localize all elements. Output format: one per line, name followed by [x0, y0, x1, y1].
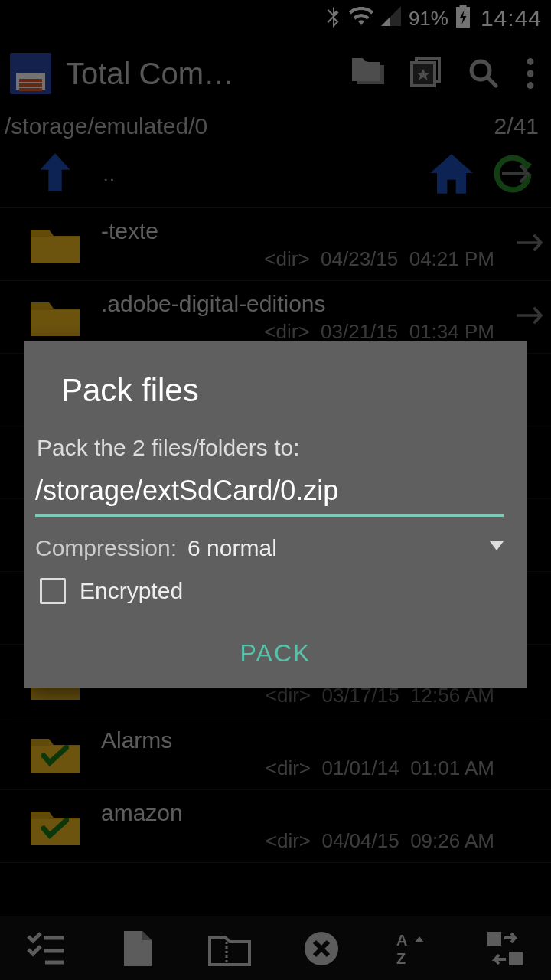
battery-percent: 91%	[409, 7, 448, 31]
file-name: Alarms	[101, 727, 540, 753]
selection-counter: 2/41	[494, 113, 539, 139]
path-bar[interactable]: /storage/emulated/0 2/41	[0, 110, 551, 139]
up-arrow-icon[interactable]	[38, 153, 72, 194]
file-meta: <dir> 04/23/15 04:21 PM	[264, 247, 540, 271]
bottom-toolbar: AZ	[0, 916, 551, 980]
encrypted-label: Encrypted	[80, 578, 183, 604]
compression-value: 6 normal	[187, 535, 277, 561]
sort-icon[interactable]: AZ	[390, 926, 436, 972]
compression-label: Compression:	[35, 535, 177, 561]
chevron-down-icon	[490, 541, 504, 550]
panel-switch-icon[interactable]	[485, 147, 546, 201]
pack-button[interactable]: PACK	[240, 639, 311, 668]
dialog-prompt: Pack the 2 files/folders to:	[37, 435, 504, 461]
compression-dropdown[interactable]: Compression: 6 normal	[35, 535, 504, 561]
app-bar: Total Com…	[0, 37, 551, 110]
select-icon[interactable]	[23, 926, 69, 972]
list-item[interactable]: -texte <dir> 04/23/15 04:21 PM	[0, 208, 551, 281]
status-bar: 91% 14:44	[0, 0, 551, 37]
svg-rect-13	[509, 952, 523, 965]
arrow-right-icon[interactable]	[514, 305, 545, 329]
cell-signal-icon	[381, 6, 401, 31]
file-name: amazon	[101, 800, 540, 826]
svg-rect-1	[459, 5, 466, 8]
overflow-menu-icon[interactable]	[519, 52, 542, 95]
bluetooth-icon	[324, 5, 341, 33]
svg-rect-12	[487, 932, 501, 946]
target-path-input[interactable]	[35, 470, 504, 517]
home-icon[interactable]	[421, 147, 482, 201]
new-file-icon[interactable]	[115, 926, 161, 972]
file-meta: <dir> 04/04/15 09:26 AM	[266, 829, 540, 853]
parent-dir-label[interactable]: ..	[103, 161, 116, 187]
dialog-title: Pack files	[61, 372, 504, 409]
file-meta: <dir> 01/01/14 01:01 AM	[266, 756, 540, 780]
app-title: Total Com…	[66, 57, 335, 91]
nav-row: ..	[0, 139, 551, 208]
folder-checked-icon	[31, 734, 80, 773]
pack-icon[interactable]	[207, 926, 253, 972]
battery-charging-icon	[456, 5, 470, 33]
file-name: .adobe-digital-editions	[101, 291, 540, 317]
app-icon	[9, 52, 52, 95]
current-path: /storage/emulated/0	[5, 113, 207, 139]
list-item[interactable]: amazon <dir> 04/04/15 09:26 AM	[0, 790, 551, 863]
swap-panels-icon[interactable]	[482, 926, 528, 972]
wifi-icon	[349, 6, 373, 31]
delete-icon[interactable]	[298, 926, 344, 972]
svg-point-6	[527, 58, 534, 65]
file-name: -texte	[101, 218, 540, 244]
svg-text:Z: Z	[396, 950, 406, 967]
pack-dialog: Pack files Pack the 2 files/folders to: …	[24, 341, 527, 688]
encrypted-checkbox[interactable]	[40, 578, 66, 604]
file-meta: <dir> 03/21/15 01:34 PM	[264, 320, 540, 344]
folder-icon	[31, 225, 80, 263]
folders-icon[interactable]	[349, 52, 392, 95]
svg-line-5	[487, 77, 496, 86]
folder-icon	[31, 298, 80, 336]
arrow-right-icon[interactable]	[514, 232, 545, 256]
bookmarks-icon[interactable]	[406, 52, 448, 95]
search-icon[interactable]	[462, 52, 505, 95]
clock: 14:44	[481, 5, 542, 31]
svg-text:A: A	[396, 932, 407, 949]
list-item[interactable]: Alarms <dir> 01/01/14 01:01 AM	[0, 717, 551, 790]
folder-checked-icon	[31, 807, 80, 845]
svg-point-7	[527, 70, 534, 77]
svg-point-8	[527, 82, 534, 89]
